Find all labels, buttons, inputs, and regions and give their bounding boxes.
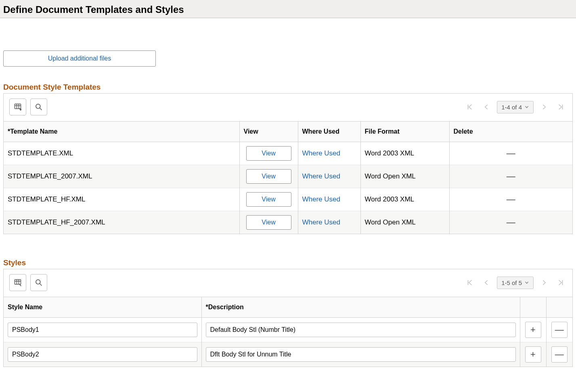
add-row-button[interactable]: +: [525, 322, 541, 338]
description-input[interactable]: [206, 347, 516, 362]
template-name-cell: STDTEMPLATE_2007.XML: [4, 165, 239, 188]
table-row: STDTEMPLATE_2007.XML View Where Used Wor…: [4, 165, 572, 188]
search-icon[interactable]: [30, 274, 47, 291]
col-remove: [546, 297, 572, 318]
template-name-cell: STDTEMPLATE_HF.XML: [4, 188, 239, 211]
next-page-icon[interactable]: [538, 278, 550, 287]
description-input[interactable]: [206, 323, 516, 337]
where-used-link[interactable]: Where Used: [302, 218, 340, 226]
template-name-cell: STDTEMPLATE.XML: [4, 142, 239, 165]
table-row: STDTEMPLATE.XML View Where Used Word 200…: [4, 142, 572, 165]
next-page-icon[interactable]: [538, 102, 550, 112]
view-button[interactable]: View: [246, 215, 291, 230]
where-used-link[interactable]: Where Used: [302, 149, 340, 157]
delete-row-button[interactable]: —: [551, 322, 568, 338]
page-range-label: 1-4 of 4: [501, 104, 522, 111]
page-range-select[interactable]: 1-5 of 5: [497, 277, 534, 289]
svg-rect-8: [15, 280, 21, 285]
delete-row-button[interactable]: —: [507, 171, 515, 181]
page-range-label: 1-5 of 5: [501, 279, 522, 286]
style-name-input[interactable]: [8, 347, 197, 362]
prev-page-icon[interactable]: [481, 102, 492, 112]
page-range-select[interactable]: 1-4 of 4: [497, 101, 534, 113]
col-view[interactable]: View: [239, 122, 298, 142]
templates-section-title: Document Style Templates: [3, 83, 573, 92]
where-used-link[interactable]: Where Used: [302, 172, 340, 180]
style-name-input[interactable]: [8, 323, 197, 337]
file-format-cell: Word 2003 XML: [360, 142, 449, 165]
first-page-icon[interactable]: [464, 277, 476, 288]
search-icon[interactable]: [30, 99, 47, 115]
file-format-cell: Word 2003 XML: [360, 188, 449, 211]
upload-additional-files-button[interactable]: Upload additional files: [3, 50, 156, 67]
svg-point-4: [36, 104, 40, 109]
view-button[interactable]: View: [246, 146, 291, 161]
delete-row-button[interactable]: —: [507, 217, 515, 227]
chevron-down-icon: [524, 105, 529, 109]
view-button[interactable]: View: [246, 192, 291, 207]
col-description[interactable]: *Description: [201, 297, 520, 318]
svg-line-5: [40, 108, 42, 110]
last-page-icon[interactable]: [555, 277, 567, 288]
styles-section-title: Styles: [3, 258, 573, 267]
grid-settings-icon[interactable]: [9, 274, 26, 291]
col-template-name[interactable]: *Template Name: [4, 122, 239, 142]
chevron-down-icon: [524, 280, 529, 285]
last-page-icon[interactable]: [555, 102, 567, 112]
plus-icon: +: [530, 325, 536, 334]
first-page-icon[interactable]: [464, 102, 476, 112]
add-row-button[interactable]: +: [525, 346, 541, 363]
col-file-format[interactable]: File Format: [360, 122, 449, 142]
delete-row-button[interactable]: —: [507, 148, 515, 158]
delete-row-button[interactable]: —: [507, 194, 515, 204]
templates-grid: 1-4 of 4: [3, 93, 573, 234]
file-format-cell: Word Open XML: [360, 165, 449, 188]
table-row: STDTEMPLATE_HF_2007.XML View Where Used …: [4, 211, 572, 234]
plus-icon: +: [530, 350, 536, 359]
table-row: + —: [4, 342, 572, 367]
svg-rect-0: [15, 104, 21, 109]
table-row: + —: [4, 318, 572, 342]
where-used-link[interactable]: Where Used: [302, 195, 340, 203]
file-format-cell: Word Open XML: [360, 211, 449, 234]
col-where-used[interactable]: Where Used: [298, 122, 360, 142]
minus-icon: —: [555, 325, 564, 334]
styles-grid: 1-5 of 5: [3, 269, 573, 367]
prev-page-icon[interactable]: [481, 278, 492, 287]
table-row: STDTEMPLATE_HF.XML View Where Used Word …: [4, 188, 572, 211]
minus-icon: —: [555, 350, 564, 359]
view-button[interactable]: View: [246, 169, 291, 184]
svg-point-12: [36, 280, 40, 284]
template-name-cell: STDTEMPLATE_HF_2007.XML: [4, 211, 239, 234]
delete-row-button[interactable]: —: [551, 346, 568, 363]
col-delete[interactable]: Delete: [449, 122, 572, 142]
col-style-name[interactable]: Style Name: [4, 297, 201, 318]
page-title: Define Document Templates and Styles: [3, 4, 573, 15]
grid-settings-icon[interactable]: [9, 99, 26, 115]
svg-line-13: [40, 284, 42, 286]
col-add: [520, 297, 546, 318]
